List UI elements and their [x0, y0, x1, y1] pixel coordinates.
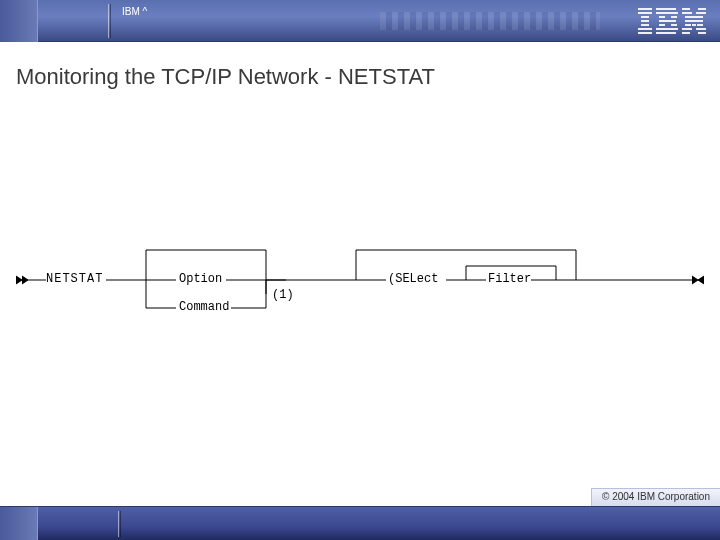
header-divider [108, 4, 109, 38]
svg-rect-26 [685, 24, 691, 26]
footer-bar [0, 506, 720, 540]
svg-rect-29 [682, 28, 692, 30]
ibm-logo [638, 8, 706, 34]
svg-rect-2 [641, 16, 649, 18]
svg-rect-8 [656, 12, 678, 14]
page-title: Monitoring the TCP/IP Network - NETSTAT [16, 64, 435, 90]
svg-rect-23 [685, 20, 691, 22]
footer-accent [0, 507, 38, 540]
header-divider-shadow [110, 4, 111, 38]
svg-rect-9 [659, 16, 665, 18]
svg-rect-3 [641, 20, 649, 22]
syntax-command-branch: Command [179, 300, 229, 314]
syntax-command-keyword: NETSTAT [46, 272, 103, 286]
svg-rect-11 [659, 20, 676, 22]
svg-rect-14 [656, 28, 678, 30]
svg-rect-22 [690, 16, 698, 18]
header-decoration [380, 12, 600, 30]
svg-rect-31 [682, 32, 690, 34]
svg-rect-5 [638, 28, 652, 30]
svg-rect-30 [696, 28, 706, 30]
svg-rect-32 [698, 32, 706, 34]
svg-rect-10 [671, 16, 677, 18]
svg-rect-28 [692, 24, 696, 26]
svg-rect-19 [696, 12, 706, 14]
brand-label: IBM ^ [122, 6, 147, 17]
svg-rect-16 [682, 8, 690, 10]
footer-divider [118, 511, 119, 537]
svg-rect-25 [691, 20, 697, 22]
svg-rect-12 [659, 24, 665, 26]
svg-rect-6 [638, 32, 652, 34]
svg-rect-0 [638, 8, 652, 10]
svg-rect-7 [656, 8, 676, 10]
footer-divider-shadow [120, 511, 121, 537]
syntax-filter-label: Filter [488, 272, 531, 286]
svg-rect-24 [697, 20, 703, 22]
syntax-option-branch: Option [179, 272, 222, 286]
svg-rect-1 [638, 12, 652, 14]
svg-rect-17 [698, 8, 706, 10]
header-accent [0, 0, 38, 42]
syntax-footnote: (1) [272, 288, 294, 302]
svg-rect-13 [671, 24, 677, 26]
syntax-select-keyword: (SELect [388, 272, 438, 286]
svg-rect-27 [697, 24, 703, 26]
svg-rect-18 [682, 12, 692, 14]
svg-rect-4 [641, 24, 649, 26]
copyright-label: © 2004 IBM Corporation [591, 488, 720, 506]
svg-rect-15 [656, 32, 676, 34]
header-bar: IBM ^ [0, 0, 720, 42]
syntax-diagram: NETSTAT Option Command (1) (SELect Filte… [16, 230, 704, 340]
